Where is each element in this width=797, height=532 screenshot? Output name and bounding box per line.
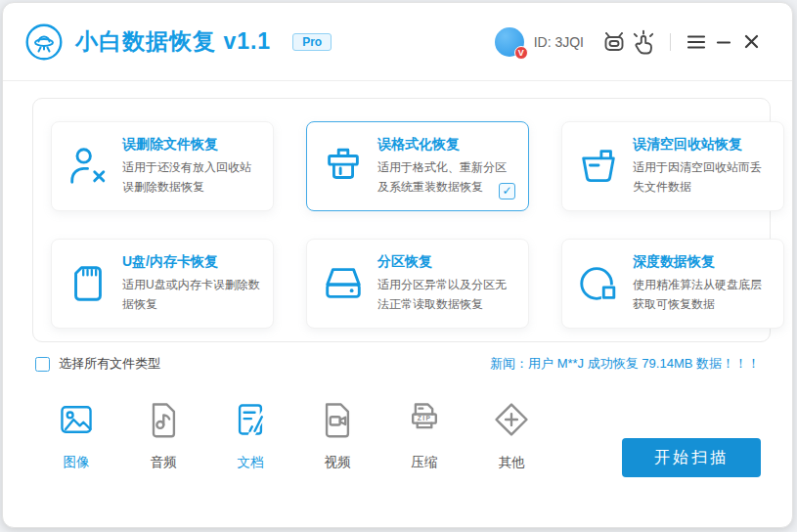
recovery-modes-panel: 误删除文件恢复 适用于还没有放入回收站误删除数据恢复 误格式化恢复 适用于格式化… xyxy=(32,98,771,342)
close-button[interactable] xyxy=(737,28,765,56)
pro-badge: Pro xyxy=(292,33,332,51)
filetype-other[interactable]: 其他 xyxy=(491,400,532,471)
card-title: 深度数据恢复 xyxy=(633,253,772,271)
titlebar-right: V ID: 3JQI xyxy=(495,27,765,57)
filetype-archive[interactable]: ZIP 压缩 xyxy=(404,400,445,471)
filetype-filters: 图像 音频 文档 xyxy=(56,400,578,471)
card-desc: 适用于格式化、重新分区及系统重装数据恢复 xyxy=(377,158,516,196)
card-recycle-bin-recovery[interactable]: 误清空回收站恢复 适用于因清空回收站而丢失文件数据 xyxy=(561,121,784,211)
other-plus-icon xyxy=(492,400,531,439)
card-format-recovery[interactable]: 误格式化恢复 适用于格式化、重新分区及系统重装数据恢复 ✓ xyxy=(306,121,529,211)
card-desc: 适用于还没有放入回收站误删除数据恢复 xyxy=(122,158,261,196)
robot-assistant-icon[interactable] xyxy=(599,27,629,57)
card-deleted-file-recovery[interactable]: 误删除文件恢复 适用于还没有放入回收站误删除数据恢复 xyxy=(51,121,274,211)
minimize-button[interactable] xyxy=(710,28,737,56)
filetype-document[interactable]: 文档 xyxy=(230,400,271,471)
card-text: 误清空回收站恢复 适用于因清空回收站而丢失文件数据 xyxy=(633,136,772,196)
news-ticker: 新闻：用户 M**J 成功恢复 79.14MB 数据！！！ xyxy=(490,355,760,373)
user-id: ID: 3JQI xyxy=(534,34,584,50)
card-text: 分区恢复 适用分区异常以及分区无法正常读取数据恢复 xyxy=(377,253,516,313)
titlebar-divider xyxy=(670,33,671,51)
format-brush-icon xyxy=(321,144,366,189)
card-usb-sd-recovery[interactable]: U盘/内存卡恢复 适用U盘或内存卡误删除数据恢复 xyxy=(51,239,274,329)
card-desc: 适用U盘或内存卡误删除数据恢复 xyxy=(122,276,261,313)
hard-drive-icon xyxy=(321,261,366,306)
card-deep-scan-recovery[interactable]: 深度数据恢复 使用精准算法从硬盘底层获取可恢复数据 xyxy=(561,239,784,329)
select-all-checkbox[interactable] xyxy=(35,357,50,372)
options-row: 选择所有文件类型 新闻：用户 M**J 成功恢复 79.14MB 数据！！！ xyxy=(35,354,760,374)
brand: 小白数据恢复 v1.1 Pro xyxy=(24,22,332,62)
select-all-filetypes[interactable]: 选择所有文件类型 xyxy=(35,355,160,373)
video-file-icon xyxy=(318,400,357,439)
card-text: U盘/内存卡恢复 适用U盘或内存卡误删除数据恢复 xyxy=(122,253,261,313)
filetype-label: 图像 xyxy=(64,454,90,471)
card-text: 误格式化恢复 适用于格式化、重新分区及系统重装数据恢复 xyxy=(377,136,516,196)
card-desc: 使用精准算法从硬盘底层获取可恢复数据 xyxy=(633,276,772,313)
audio-file-icon xyxy=(144,400,183,439)
card-text: 误删除文件恢复 适用于还没有放入回收站误删除数据恢复 xyxy=(122,136,261,196)
recycle-bin-icon xyxy=(576,144,621,189)
titlebar: 小白数据恢复 v1.1 Pro V ID: 3JQI xyxy=(3,3,792,81)
zip-text: ZIP xyxy=(418,415,432,421)
filetype-label: 压缩 xyxy=(412,454,438,471)
select-all-label: 选择所有文件类型 xyxy=(59,355,160,373)
filetype-label: 文档 xyxy=(238,454,264,471)
card-title: 误删除文件恢复 xyxy=(122,136,261,154)
zip-file-icon: ZIP xyxy=(405,400,444,439)
hand-click-icon[interactable] xyxy=(629,27,658,57)
document-file-icon xyxy=(231,400,270,439)
deep-scan-icon xyxy=(576,261,621,306)
start-scan-button[interactable]: 开始扫描 xyxy=(622,438,761,477)
card-desc: 适用分区异常以及分区无法正常读取数据恢复 xyxy=(377,276,516,313)
user-x-icon xyxy=(66,144,111,189)
filetype-audio[interactable]: 音频 xyxy=(143,400,184,471)
filetype-label: 其他 xyxy=(499,454,525,471)
user-avatar[interactable]: V xyxy=(495,27,524,57)
card-text: 深度数据恢复 使用精准算法从硬盘底层获取可恢复数据 xyxy=(633,253,772,313)
sd-card-icon xyxy=(66,261,111,306)
card-title: 误格式化恢复 xyxy=(377,136,516,154)
card-partition-recovery[interactable]: 分区恢复 适用分区异常以及分区无法正常读取数据恢复 xyxy=(306,239,529,329)
image-file-icon xyxy=(57,400,96,439)
card-title: U盘/内存卡恢复 xyxy=(122,253,261,271)
app-window: 小白数据恢复 v1.1 Pro V ID: 3JQI xyxy=(2,2,793,528)
filetype-video[interactable]: 视频 xyxy=(317,400,358,471)
vip-badge: V xyxy=(514,46,528,60)
app-title: 小白数据恢复 v1.1 xyxy=(75,26,271,57)
card-title: 误清空回收站恢复 xyxy=(633,136,772,154)
filetype-label: 音频 xyxy=(151,454,177,471)
app-logo-icon xyxy=(24,22,64,62)
card-title: 分区恢复 xyxy=(377,253,516,271)
menu-button[interactable] xyxy=(683,28,710,56)
card-checkbox-checked[interactable]: ✓ xyxy=(499,183,515,200)
filetype-label: 视频 xyxy=(325,454,351,471)
filetype-image[interactable]: 图像 xyxy=(56,400,97,471)
card-desc: 适用于因清空回收站而丢失文件数据 xyxy=(633,158,772,196)
